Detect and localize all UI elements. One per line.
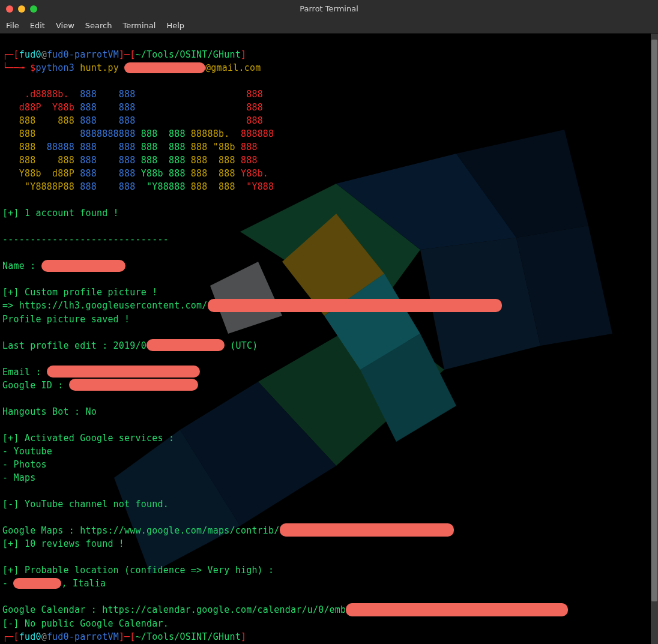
- prompt-line2: └──╼: [2, 62, 30, 73]
- ascii-l8b: 888 888: [74, 181, 136, 192]
- prompt2-at: @: [41, 631, 47, 642]
- loc-suffix: , Italia: [61, 578, 106, 589]
- menu-view[interactable]: View: [56, 21, 74, 30]
- prompt-close: ]: [241, 49, 246, 60]
- ascii-l7d: 888 888: [186, 168, 235, 179]
- terminal[interactable]: ┌─[fud0@fud0-parrotVM]─[~/Tools/OSINT/GH…: [0, 34, 658, 644]
- hr: ------------------------------: [2, 234, 169, 245]
- calendar-prefix: Google Calendar : https://calendar.googl…: [2, 604, 346, 615]
- redacted-calendar-url: [346, 603, 568, 616]
- pic-saved: Profile picture saved !: [2, 314, 130, 325]
- ascii-l6a: 888 888: [2, 155, 74, 166]
- cmd-script: hunt.py: [74, 62, 124, 73]
- ascii-l7a: Y88b d88P: [2, 168, 74, 179]
- ascii-l3a: 888 888: [2, 115, 74, 126]
- reviews-found: [+] 10 reviews found !: [2, 538, 124, 549]
- at-symbol: @: [41, 49, 47, 60]
- scrollbar[interactable]: [651, 34, 658, 644]
- google-id-label: Google ID :: [2, 380, 69, 391]
- ascii-l2b: 888 888: [74, 102, 241, 113]
- prompt2-user: fud0: [19, 631, 41, 642]
- redacted-email: [47, 366, 200, 378]
- titlebar[interactable]: Parrot Terminal: [0, 0, 658, 17]
- ascii-l2c: 888: [241, 102, 280, 113]
- ascii-l5a: 888: [2, 142, 41, 152]
- prompt-sep: ]─[: [119, 49, 136, 60]
- menu-help[interactable]: Help: [166, 21, 184, 30]
- menu-terminal[interactable]: Terminal: [122, 21, 155, 30]
- prompt2-close: ]: [241, 631, 246, 642]
- ascii-l6b: 888 888: [74, 155, 136, 166]
- email-label: Email :: [2, 367, 47, 378]
- ascii-l2a: d88P Y88b: [2, 102, 74, 113]
- ascii-l6c: 888 888: [136, 155, 186, 166]
- services-header: [+] Activated Google services :: [2, 433, 174, 444]
- service-maps: - Maps: [2, 472, 35, 483]
- redacted-maps-url: [280, 523, 454, 537]
- menu-search[interactable]: Search: [85, 21, 112, 30]
- ascii-l5d: 888 888: [136, 142, 186, 152]
- ascii-l6d: 888 888: [186, 155, 235, 166]
- ascii-l3b: 888 888: [74, 115, 241, 126]
- last-edit-suffix: (UTC): [225, 340, 258, 351]
- ascii-l8a: "Y8888P88: [2, 181, 74, 192]
- ascii-l5f: 888: [235, 142, 274, 152]
- ascii-l5b: 88888: [41, 142, 74, 152]
- youtube-not-found: [-] YouTube channel not found.: [2, 499, 169, 510]
- redacted-email-local: [124, 62, 205, 73]
- calendar-none: [-] No public Google Calendar.: [2, 618, 169, 629]
- cmd-bin: python3: [35, 62, 74, 73]
- prompt-dollar: $: [30, 62, 35, 73]
- ascii-l6e: 888: [235, 155, 274, 166]
- menu-file[interactable]: File: [6, 21, 19, 30]
- redacted-name: [41, 260, 125, 272]
- pic-url-prefix: => https://lh3.googleusercontent.com/: [2, 300, 208, 311]
- prompt2-sep: ]─[: [119, 631, 136, 642]
- menubar: File Edit View Search Terminal Help: [0, 17, 658, 34]
- prompt-user: fud0: [19, 49, 41, 60]
- location-header: [+] Probable location (confidence => Ver…: [2, 565, 274, 576]
- window: Parrot Terminal File Edit View Search Te…: [0, 0, 658, 644]
- ascii-l4c: 888 888: [136, 128, 186, 139]
- loc-prefix: -: [2, 578, 13, 589]
- name-label: Name :: [2, 260, 41, 271]
- ascii-l3c: 888: [241, 115, 280, 126]
- redacted-google-id: [69, 379, 198, 391]
- accounts-found: [+] 1 account found !: [2, 208, 119, 218]
- cmd-tail: @gmail.com: [205, 62, 261, 73]
- ascii-l4b: 8888888888: [74, 128, 136, 139]
- prompt-line1-open: ┌─[: [2, 49, 19, 60]
- redacted-date: [146, 339, 225, 351]
- prompt2-host: fud0-parrotVM: [47, 631, 119, 642]
- last-edit-prefix: Last profile edit : 2019/0: [2, 340, 146, 351]
- terminal-output: ┌─[fud0@fud0-parrotVM]─[~/Tools/OSINT/GH…: [0, 34, 658, 644]
- service-youtube: - Youtube: [2, 446, 52, 457]
- prompt-path: ~/Tools/OSINT/GHunt: [136, 49, 241, 60]
- service-photos: - Photos: [2, 459, 47, 470]
- prompt2-line1-open: ┌─[: [2, 631, 19, 642]
- ascii-l8c: "Y88888: [136, 181, 186, 192]
- ascii-l7b: 888 888: [74, 168, 136, 179]
- ascii-l4d: 88888b.: [186, 128, 235, 139]
- hangouts: Hangouts Bot : No: [2, 406, 97, 417]
- ascii-l1a: .d8888b.: [2, 89, 74, 100]
- redacted-city: [13, 578, 61, 589]
- ascii-l7c: Y88b 888: [136, 168, 186, 179]
- redacted-pic-url: [208, 299, 502, 312]
- menu-edit[interactable]: Edit: [30, 21, 45, 30]
- prompt2-path: ~/Tools/OSINT/GHunt: [136, 631, 241, 642]
- scrollbar-thumb[interactable]: [651, 40, 657, 601]
- ascii-l1b: 888 888: [74, 89, 241, 100]
- ascii-l4a: 888: [2, 128, 74, 139]
- ascii-l7e: Y88b.: [235, 168, 274, 179]
- ascii-l5e: 888 "88b: [186, 142, 235, 152]
- prompt-host: fud0-parrotVM: [47, 49, 119, 60]
- ascii-l1c: 888: [241, 89, 280, 100]
- ascii-l8d: 888 888: [186, 181, 235, 192]
- ascii-l8e: "Y888: [235, 181, 274, 192]
- ascii-l4e: 888888: [235, 128, 274, 139]
- custom-pic: [+] Custom profile picture !: [2, 287, 157, 298]
- window-title: Parrot Terminal: [0, 4, 658, 13]
- ascii-l5c: 888 888: [74, 142, 136, 152]
- maps-prefix: Google Maps : https://www.google.com/map…: [2, 525, 280, 536]
